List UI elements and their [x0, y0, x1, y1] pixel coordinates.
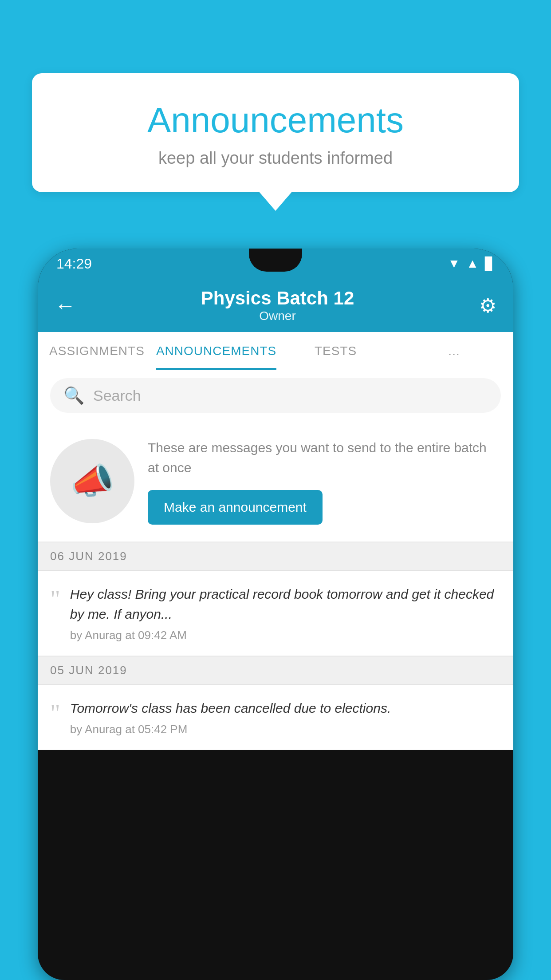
announcement-item-1[interactable]: " Hey class! Bring your practical record… — [38, 571, 513, 656]
promo-right: These are messages you want to send to t… — [148, 438, 501, 525]
tab-tests[interactable]: TESTS — [276, 332, 395, 370]
megaphone-icon: 📣 — [70, 460, 114, 502]
search-placeholder: Search — [93, 387, 141, 404]
announcement-content-2: Tomorrow's class has been cancelled due … — [70, 698, 501, 736]
announcement-meta-1: by Anurag at 09:42 AM — [70, 628, 501, 642]
app-header: ← Physics Batch 12 Owner ⚙ — [38, 279, 513, 332]
announcement-meta-2: by Anurag at 05:42 PM — [70, 723, 501, 736]
search-bar[interactable]: 🔍 Search — [50, 378, 501, 413]
status-time: 14:29 — [56, 256, 92, 272]
tabs-bar: ASSIGNMENTS ANNOUNCEMENTS TESTS ... — [38, 332, 513, 370]
promo-icon-circle: 📣 — [50, 439, 134, 523]
speech-bubble-subtitle: keep all your students informed — [59, 149, 492, 168]
search-icon: 🔍 — [63, 386, 84, 405]
quote-icon-1: " — [50, 587, 60, 612]
date-separator-1: 06 JUN 2019 — [38, 542, 513, 571]
tab-assignments[interactable]: ASSIGNMENTS — [38, 332, 156, 370]
announcement-text-2: Tomorrow's class has been cancelled due … — [70, 698, 501, 718]
phone-frame: 14:29 ▼ ▲ ▊ ← Physics Batch 12 Owner ⚙ A… — [38, 249, 513, 980]
promo-description: These are messages you want to send to t… — [148, 438, 501, 478]
header-center: Physics Batch 12 Owner — [201, 288, 354, 323]
phone-content: 🔍 Search 📣 These are messages you want t… — [38, 370, 513, 750]
speech-bubble-title: Announcements — [59, 100, 492, 141]
announcement-text-1: Hey class! Bring your practical record b… — [70, 584, 501, 624]
announcement-promo: 📣 These are messages you want to send to… — [38, 421, 513, 542]
header-subtitle: Owner — [201, 309, 354, 323]
phone-notch — [249, 249, 302, 272]
announcement-content-1: Hey class! Bring your practical record b… — [70, 584, 501, 642]
battery-icon: ▊ — [485, 257, 495, 271]
status-icons: ▼ ▲ ▊ — [448, 257, 495, 271]
signal-icon: ▲ — [466, 257, 479, 271]
header-title: Physics Batch 12 — [201, 288, 354, 309]
speech-bubble: Announcements keep all your students inf… — [32, 73, 519, 192]
date-separator-2: 05 JUN 2019 — [38, 656, 513, 685]
speech-bubble-container: Announcements keep all your students inf… — [32, 73, 519, 192]
make-announcement-button[interactable]: Make an announcement — [148, 490, 323, 525]
status-bar: 14:29 ▼ ▲ ▊ — [38, 249, 513, 279]
search-bar-container: 🔍 Search — [38, 370, 513, 421]
tab-announcements[interactable]: ANNOUNCEMENTS — [156, 332, 276, 370]
settings-icon[interactable]: ⚙ — [479, 294, 496, 317]
tab-more[interactable]: ... — [395, 332, 513, 370]
announcement-item-2[interactable]: " Tomorrow's class has been cancelled du… — [38, 685, 513, 750]
quote-icon-2: " — [50, 701, 60, 726]
wifi-icon: ▼ — [448, 257, 460, 271]
back-button[interactable]: ← — [55, 293, 76, 318]
